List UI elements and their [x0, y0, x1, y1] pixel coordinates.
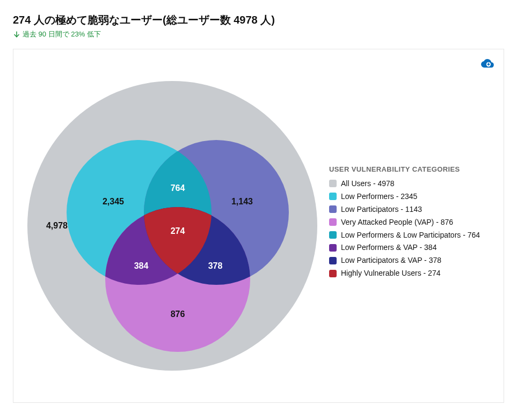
venn-label-b: 1,143	[231, 197, 253, 206]
arrow-down-icon	[13, 31, 20, 38]
venn-label-ab: 764	[171, 183, 185, 193]
venn-label-abc: 274	[171, 226, 185, 235]
legend-label: Very Attacked People (VAP) - 876	[341, 217, 453, 227]
venn-label-bc: 378	[208, 261, 223, 270]
cloud-download-icon	[481, 57, 494, 70]
legend-item: Low Participators & VAP - 378	[329, 255, 495, 266]
venn-label-all: 4,978	[46, 221, 68, 230]
legend-label: Highly Vulnerable Users - 274	[341, 268, 440, 278]
legend-label: All Users - 4978	[341, 179, 395, 189]
legend-swatch	[329, 257, 337, 264]
legend-swatch	[329, 244, 337, 252]
legend-swatch	[329, 193, 337, 200]
legend-label: Low Performers & Low Participators - 764	[341, 230, 480, 240]
page-title: 274 人の極めて脆弱なユーザー(総ユーザー数 4978 人)	[13, 13, 504, 27]
venn-label-a: 2,345	[103, 197, 124, 206]
legend-swatch	[329, 205, 337, 213]
venn-label-ac: 384	[134, 261, 149, 270]
legend-label: Low Performers & VAP - 384	[341, 242, 436, 253]
legend-item: Highly Vulnerable Users - 274	[329, 268, 495, 278]
legend-item: Low Performers & VAP - 384	[329, 242, 495, 253]
legend-item: Low Performers & Low Participators - 764	[329, 230, 495, 240]
venn-label-c: 876	[171, 310, 185, 319]
legend-label: Low Participators - 1143	[341, 204, 422, 215]
legend-item: Very Attacked People (VAP) - 876	[329, 217, 495, 227]
legend-swatch	[329, 180, 337, 187]
legend-title: USER VULNERABILITY CATEGORIES	[329, 165, 495, 173]
download-button[interactable]	[481, 57, 494, 70]
chart-wrap: 4,978 2,345 1,143 876 764 384 378 274 US…	[22, 58, 495, 394]
page-subtitle: 過去 90 日間で 23% 低下	[13, 30, 504, 39]
legend-label: Low Performers - 2345	[341, 191, 417, 202]
legend-item: Low Performers - 2345	[329, 191, 495, 202]
page-header: 274 人の極めて脆弱なユーザー(総ユーザー数 4978 人) 過去 90 日間…	[13, 13, 504, 39]
venn-column: 4,978 2,345 1,143 876 764 384 378 274	[22, 58, 323, 394]
legend-list: All Users - 4978Low Performers - 2345Low…	[329, 179, 495, 278]
venn-diagram: 4,978 2,345 1,143 876 764 384 378 274	[22, 68, 323, 384]
legend-swatch	[329, 231, 337, 239]
legend-column: USER VULNERABILITY CATEGORIES All Users …	[323, 58, 495, 281]
legend-item: All Users - 4978	[329, 179, 495, 189]
legend-item: Low Participators - 1143	[329, 204, 495, 215]
legend-swatch	[329, 218, 337, 226]
subtitle-text: 過去 90 日間で 23% 低下	[23, 30, 101, 39]
legend-label: Low Participators & VAP - 378	[341, 255, 441, 266]
chart-card: 4,978 2,345 1,143 876 764 384 378 274 US…	[13, 49, 504, 403]
legend-swatch	[329, 270, 337, 277]
